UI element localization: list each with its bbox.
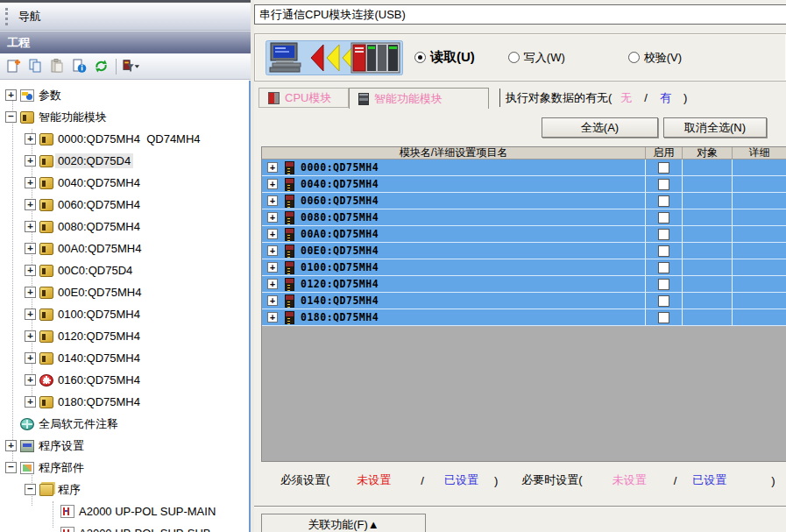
expander-icon[interactable]	[25, 155, 36, 167]
table-row[interactable]: 00E0:QD75MH4	[262, 243, 786, 259]
tree-item-module-0040[interactable]: 0040:QD75MH4	[0, 172, 249, 194]
related-functions-button[interactable]: 关联功能(F)▲	[261, 514, 426, 532]
enable-checkbox[interactable]	[658, 179, 669, 190]
connection-destination-field[interactable]: 串行通信CPU模块连接(USB)	[254, 4, 786, 25]
tree-item-program-settings[interactable]: 程序设置	[0, 435, 249, 457]
expander-icon[interactable]	[267, 162, 278, 173]
expander-icon[interactable]	[25, 265, 36, 276]
expander-icon[interactable]	[25, 352, 36, 364]
read-radio[interactable]: 读取(U)	[414, 49, 475, 66]
expander-icon[interactable]	[5, 462, 17, 473]
expander-icon[interactable]	[25, 221, 36, 232]
radio-selected-icon[interactable]	[414, 52, 426, 63]
verify-radio[interactable]: 校验(V)	[628, 50, 682, 66]
table-row[interactable]: 0040:QD75MH4	[262, 176, 786, 193]
expander-icon[interactable]	[267, 312, 278, 323]
tree-item-program-main[interactable]: A2000 UP-POL SUP-MAIN	[0, 500, 249, 522]
plc-module-icon	[285, 261, 294, 274]
refresh-icon[interactable]	[92, 59, 110, 74]
radio-icon[interactable]	[628, 52, 640, 63]
expander-icon[interactable]	[25, 199, 36, 210]
paste-icon[interactable]	[48, 59, 66, 74]
table-row[interactable]: 0120:QD75MH4	[262, 276, 786, 293]
expander-icon[interactable]	[25, 309, 36, 320]
copy-icon[interactable]	[26, 59, 44, 74]
tree-item-program-parts[interactable]: 程序部件	[0, 457, 249, 479]
enable-checkbox[interactable]	[658, 312, 669, 323]
table-row[interactable]: 0080:QD75MH4	[262, 209, 786, 226]
tree-item-module-00A0[interactable]: 00A0:QD75MH4	[0, 238, 249, 259]
tree-item-module-0140[interactable]: 0140:QD75MH4	[0, 347, 249, 369]
tree-item-module-00E0[interactable]: 00E0:QD75MH4	[0, 281, 249, 303]
tree-item-global-device-comment[interactable]: 全局软元件注释	[0, 413, 249, 435]
table-row[interactable]: 0140:QD75MH4	[262, 293, 786, 309]
enable-checkbox[interactable]	[658, 262, 669, 273]
enable-checkbox[interactable]	[658, 212, 669, 223]
new-icon[interactable]	[4, 59, 22, 74]
enable-checkbox[interactable]	[658, 245, 669, 257]
project-section-header: 工程	[0, 31, 251, 53]
expander-icon[interactable]	[25, 243, 36, 254]
expander-icon[interactable]	[267, 295, 278, 306]
required-set-value: 已设置	[444, 472, 478, 488]
display-filter-icon[interactable]	[123, 59, 140, 74]
drag-handle-icon[interactable]	[5, 8, 8, 25]
tree-item-module-0000[interactable]: 0000:QD75MH4 QD74MH4	[0, 128, 249, 150]
column-target: 对象	[682, 147, 732, 159]
tree-item-intelligent-modules[interactable]: 智能功能模块	[0, 106, 249, 128]
expander-icon[interactable]	[267, 179, 278, 189]
tree-item-module-0100[interactable]: 0100:QD75MH4	[0, 303, 249, 325]
enable-checkbox[interactable]	[658, 195, 669, 207]
expander-icon[interactable]	[5, 111, 17, 123]
table-row[interactable]: 00A0:QD75MH4	[262, 226, 786, 243]
expander-icon[interactable]	[5, 440, 17, 451]
radio-icon[interactable]	[508, 52, 520, 63]
optional-set-value: 已设置	[692, 472, 726, 488]
expander-icon[interactable]	[25, 330, 36, 342]
tree-item-module-0180[interactable]: 0180:QD75MH4	[0, 391, 249, 413]
online-data-operation-panel: 串行通信CPU模块连接(USB) 读取(U)	[254, 0, 786, 532]
expander-icon[interactable]	[25, 287, 36, 298]
tree-item-program[interactable]: 程序	[0, 479, 249, 500]
tree-item-module-0080[interactable]: 0080:QD75MH4	[0, 216, 249, 238]
tab-intelligent-function-module[interactable]: 智能功能模块	[349, 88, 489, 109]
expander-icon[interactable]	[267, 212, 278, 223]
expander-icon[interactable]	[267, 229, 278, 239]
plc-module-icon	[285, 278, 294, 291]
table-row[interactable]: 0100:QD75MH4	[262, 259, 786, 276]
tree-item-module-0060[interactable]: 0060:QD75MH4	[0, 194, 249, 216]
expander-icon[interactable]	[25, 374, 36, 386]
expander-icon[interactable]	[25, 177, 36, 188]
expander-icon[interactable]	[25, 396, 36, 408]
tree-item-module-0160[interactable]: 0160:QD75MH4	[0, 369, 249, 391]
expander-icon[interactable]	[25, 484, 36, 495]
module-icon	[39, 265, 53, 277]
expander-icon[interactable]	[267, 279, 278, 289]
enable-checkbox[interactable]	[658, 162, 669, 174]
expander-icon[interactable]	[5, 89, 17, 101]
module-icon	[39, 330, 53, 343]
expander-icon[interactable]	[267, 245, 278, 256]
tree-item-module-0020[interactable]: 0020:QD75D4	[0, 150, 249, 172]
enable-checkbox[interactable]	[658, 229, 669, 240]
project-section-title: 工程	[7, 35, 30, 51]
tree-item-parameters[interactable]: 参数	[0, 84, 249, 106]
enable-checkbox[interactable]	[658, 279, 669, 290]
deselect-all-button[interactable]: 取消全选(N)	[663, 117, 767, 138]
tree-item-module-0120[interactable]: 0120:QD75MH4	[0, 325, 249, 347]
write-radio[interactable]: 写入(W)	[508, 50, 565, 66]
expander-icon[interactable]	[25, 133, 36, 145]
table-row[interactable]: 0060:QD75MH4	[262, 193, 786, 209]
select-all-button[interactable]: 全选(A)	[542, 117, 658, 138]
table-row[interactable]: 0180:QD75MH4	[262, 309, 786, 326]
expander-icon[interactable]	[267, 195, 278, 206]
enable-checkbox[interactable]	[658, 295, 669, 307]
ladder-file-icon	[60, 505, 74, 518]
tab-cpu-module[interactable]: CPU模块	[258, 88, 349, 108]
table-row[interactable]: 0000:QD75MH4	[262, 160, 786, 176]
plc-module-icon	[285, 228, 294, 241]
data-info-icon[interactable]	[70, 59, 88, 74]
tree-item-program-sub[interactable]: A2000 UP-POL SUP-SUB	[0, 522, 249, 532]
tree-item-module-00C0[interactable]: 00C0:QD75D4	[0, 259, 249, 281]
expander-icon[interactable]	[267, 262, 278, 273]
